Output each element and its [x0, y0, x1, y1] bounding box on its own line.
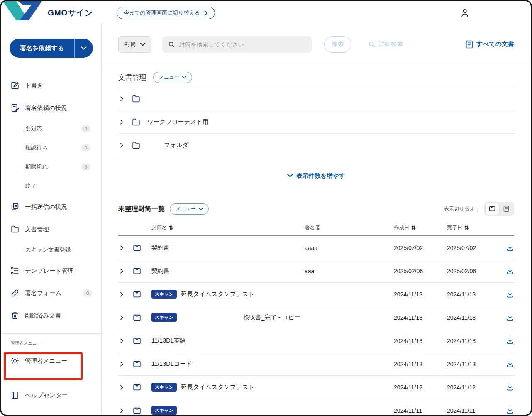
sidebar-item-admin-menu[interactable]: 管理者メニュー	[1, 350, 101, 372]
expand-chevron-icon[interactable]	[118, 361, 132, 367]
sidebar-subitem-expired[interactable]: 期限切れ 0	[1, 157, 101, 176]
search-button[interactable]: 検索	[324, 36, 351, 53]
expand-chevron-icon[interactable]	[118, 119, 125, 125]
sidebar-item-label: テンプレート管理	[25, 267, 74, 275]
list-view-icon	[503, 205, 510, 213]
table-row[interactable]: 契約書 aaaa 2025/07/02 2025/07/02	[118, 236, 514, 259]
expand-chevron-icon[interactable]	[118, 95, 125, 102]
card-view-button[interactable]	[486, 203, 499, 215]
sidebar-subitem-waiting-confirmation[interactable]: 確認待ち 0	[1, 138, 101, 157]
switch-admin-screen-button[interactable]: 今までの管理画面に切り替える	[117, 7, 215, 19]
folder-name: ワークフローテスト用	[147, 118, 208, 126]
table-row[interactable]: スキャン延長タイムスタンプテスト 2024/11/13 2024/11/13	[118, 283, 514, 306]
download-button[interactable]	[496, 244, 514, 252]
expand-chevron-icon[interactable]	[118, 407, 132, 414]
account-icon[interactable]	[459, 7, 470, 18]
created-cell: 2024/11/13	[394, 361, 447, 367]
created-cell: 2025/02/06	[394, 268, 447, 274]
column-signer: 署名者	[305, 224, 394, 231]
download-button[interactable]	[496, 337, 514, 345]
created-cell: 2024/11/13	[394, 338, 447, 344]
logo: GMOサイン	[1, 3, 102, 23]
download-button[interactable]	[496, 290, 514, 299]
table-row[interactable]: 11/13DL英語 2024/11/13 2024/11/13	[118, 329, 514, 352]
sidebar-item-label: 文書管理	[25, 225, 49, 233]
envelope-menu-button[interactable]: メニュー	[170, 203, 209, 215]
search-icon	[168, 41, 175, 48]
download-button[interactable]	[496, 267, 514, 275]
envelope-view-icon	[488, 205, 496, 213]
sidebar-item-bulk-send-status[interactable]: 一括送信の状況	[1, 196, 101, 218]
advanced-search-link[interactable]: 詳細検索	[368, 40, 403, 48]
expand-chevron-icon[interactable]	[118, 338, 132, 344]
view-toggle: 表示切り替え：	[444, 202, 514, 216]
all-documents-label: すべての文書	[476, 40, 514, 48]
download-button[interactable]	[496, 383, 514, 392]
expand-chevron-icon[interactable]	[118, 245, 132, 251]
request-signature-dropdown-button[interactable]	[75, 39, 93, 58]
sidebar-item-label: 署名フォーム	[25, 289, 61, 297]
document-icon	[466, 40, 473, 49]
folder-row[interactable]: フォルダ	[118, 134, 514, 157]
search-category-dropdown[interactable]: 封筒	[118, 36, 151, 53]
sidebar-item-template-management[interactable]: テンプレート管理	[1, 259, 101, 282]
sidebar-item-deleted-docs[interactable]: 削除済み文書	[1, 304, 101, 327]
show-more-label: 表示件数を増やす	[296, 172, 345, 180]
app-window: GMOサイン 今までの管理画面に切り替える 署名を依頼する	[0, 0, 532, 416]
expand-chevron-icon[interactable]	[118, 384, 132, 391]
download-button[interactable]	[496, 313, 514, 322]
sidebar-item-request-status[interactable]: 署名依頼の状況	[1, 97, 101, 119]
count-badge: 0	[81, 144, 90, 152]
sidebar-item-sign-form[interactable]: 署名フォーム 0	[1, 282, 101, 304]
table-row[interactable]: 11/13DLコード 2024/11/13 2024/11/13	[118, 352, 514, 376]
expand-chevron-icon[interactable]	[118, 291, 132, 298]
sidebar-subitem-action-required[interactable]: 要対応 0	[1, 119, 101, 138]
table-row[interactable]: スキャン 2024/11/11 2024/11/11	[118, 399, 514, 415]
created-cell: 2024/11/11	[394, 407, 447, 414]
show-more-link[interactable]: 表示件数を増やす	[118, 157, 514, 194]
subitem-label: 期限切れ	[25, 163, 48, 171]
download-button[interactable]	[496, 406, 514, 415]
envelope-icon	[132, 406, 151, 415]
sidebar-item-help-center[interactable]: ヘルプセンター	[1, 384, 101, 406]
table-row[interactable]: 契約書 aaa 2025/02/06 2025/02/06	[118, 259, 514, 283]
content-area: 文書管理 メニュー ワークフローテスト用	[102, 64, 531, 415]
expand-chevron-icon[interactable]	[118, 142, 125, 149]
folder-row[interactable]: ワークフローテスト用	[118, 110, 514, 134]
chevron-down-icon	[182, 76, 186, 79]
folder-icon	[10, 225, 20, 234]
envelope-name-cell: スキャン延長タイムスタンプテスト	[151, 383, 305, 392]
list-view-button[interactable]	[500, 203, 513, 215]
sidebar-subitem-scan-register[interactable]: スキャン文書登録	[1, 240, 101, 259]
sort-icon[interactable]: ⇅	[464, 225, 469, 231]
request-signature-button[interactable]: 署名を依頼する	[10, 39, 75, 58]
search-input[interactable]	[179, 41, 306, 48]
sidebar-item-doc-management[interactable]: 文書管理	[1, 218, 101, 240]
request-signature-label: 署名を依頼する	[20, 44, 64, 52]
table-header-row: 封筒名 ⇅ 署名者 作成日 ⇅ 完了日 ⇅	[118, 220, 514, 236]
folder-icon	[132, 94, 141, 103]
folder-list: ワークフローテスト用 フォルダ	[118, 87, 514, 157]
download-button[interactable]	[496, 360, 514, 368]
menu-pill-label: メニュー	[176, 206, 196, 213]
advanced-search-label: 詳細検索	[379, 40, 403, 48]
sort-icon[interactable]: ⇅	[169, 225, 173, 231]
scan-badge: スキャン	[151, 383, 177, 392]
folder-row[interactable]	[118, 87, 514, 110]
folder-icon	[132, 117, 141, 127]
sidebar-subitem-done[interactable]: 終了	[1, 176, 101, 196]
doc-management-menu-button[interactable]: メニュー	[153, 72, 192, 83]
sidebar-item-draft[interactable]: 下書き	[1, 74, 101, 97]
stacked-documents-icon	[10, 202, 20, 211]
expand-chevron-icon[interactable]	[118, 314, 132, 321]
expand-chevron-icon[interactable]	[118, 268, 132, 274]
chevron-right-icon	[204, 10, 208, 16]
table-row[interactable]: スキャン延長タイムスタンプテスト 2024/11/12 2024/11/12	[118, 376, 514, 399]
table-row[interactable]: スキャン検収書_完了 - コピー 2024/11/13 2024/11/13	[118, 306, 514, 329]
all-documents-link[interactable]: すべての文書	[466, 40, 514, 49]
sort-icon[interactable]: ⇅	[411, 225, 416, 231]
count-badge: 0	[83, 289, 92, 297]
created-cell: 2024/11/13	[394, 314, 447, 321]
chevron-down-icon	[140, 43, 145, 46]
completed-cell: 2025/02/06	[447, 268, 496, 274]
